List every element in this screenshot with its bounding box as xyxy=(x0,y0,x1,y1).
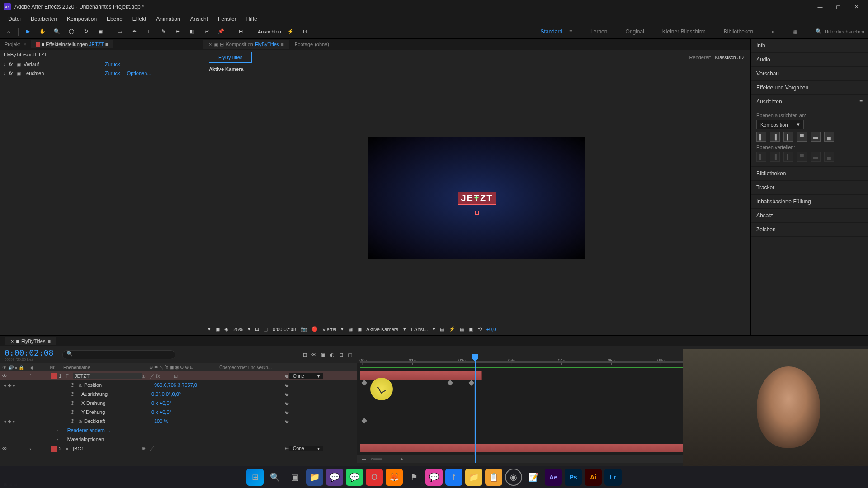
workspace-standard[interactable]: Standard xyxy=(540,28,562,35)
tl-frame-blend-icon[interactable]: ▣ xyxy=(321,352,326,358)
camera-tool-icon[interactable]: ▣ xyxy=(95,27,105,37)
close-button[interactable]: ✕ xyxy=(852,2,861,11)
timeline-tab[interactable]: ×■ FlyByTitles ≡ xyxy=(5,337,56,345)
brush-tool-icon[interactable]: ✎ xyxy=(158,27,168,37)
transparency-icon[interactable]: ▦ xyxy=(348,326,353,332)
panel-inhalt[interactable]: Inhaltsbasierte Füllung xyxy=(751,195,868,208)
folder-icon[interactable]: 📁 xyxy=(465,469,482,486)
opera-icon[interactable]: O xyxy=(366,469,383,486)
zoom-dropdown[interactable]: 25% xyxy=(233,327,243,332)
views-dropdown[interactable]: 1 Ansi... xyxy=(410,327,428,332)
explorer-icon[interactable]: 📁 xyxy=(306,469,323,486)
roto-tool-icon[interactable]: ✂ xyxy=(202,27,212,37)
renderer-change[interactable]: › Renderer ändern ... xyxy=(0,426,357,435)
minimize-button[interactable]: — xyxy=(816,2,825,11)
align-bottom-icon[interactable]: ▄ xyxy=(824,132,834,142)
panel-effekte[interactable]: Effekte und Vorgaben xyxy=(751,81,868,94)
local-axis-icon[interactable]: ⊞ xyxy=(236,27,245,37)
menu-ansicht[interactable]: Ansicht xyxy=(186,14,212,23)
panel-bibliotheken[interactable]: Bibliotheken xyxy=(751,167,868,180)
layer-name[interactable]: JETZT xyxy=(73,373,142,379)
search-taskbar-icon[interactable]: 🔍 xyxy=(266,469,283,486)
workspace-menu-icon[interactable]: ≡ xyxy=(569,28,572,35)
stopwatch-icon[interactable]: ⏱ xyxy=(70,418,76,424)
snap-checkbox[interactable]: Ausrichten xyxy=(250,29,281,34)
exposure-value[interactable]: +0,0 xyxy=(486,327,496,332)
menu-animation[interactable]: Animation xyxy=(151,14,184,23)
exposure-reset-icon[interactable]: ⟲ xyxy=(478,326,482,332)
expression-icon[interactable]: ⊚ xyxy=(285,391,289,397)
panel-absatz[interactable]: Absatz xyxy=(751,209,868,222)
resolution-icon[interactable]: ⊞ xyxy=(255,326,259,332)
workspace-overflow-icon[interactable]: » xyxy=(771,28,774,35)
tab-effekteinstellungen[interactable]: ■ Effekteinstellungen JETZT ≡ xyxy=(31,40,113,48)
effect-verlauf[interactable]: ›fx▣ Verlauf Zurück xyxy=(0,60,203,69)
keyframe[interactable] xyxy=(361,380,367,386)
pickwhip-icon[interactable]: ⊚ xyxy=(285,373,289,379)
pen-tool-icon[interactable]: ✒ xyxy=(129,27,139,37)
maximize-button[interactable]: ▢ xyxy=(834,2,843,11)
snap-options-icon[interactable]: ⚡ xyxy=(286,27,296,37)
shape-tool-icon[interactable]: ▭ xyxy=(115,27,125,37)
layer-name-2[interactable]: [BG1] xyxy=(73,446,142,451)
expression-icon[interactable]: ⊚ xyxy=(285,409,289,415)
align-vcenter-icon[interactable]: ▬ xyxy=(811,132,821,142)
tab-komposition[interactable]: ×▣⊞ Komposition FlyByTitles ≡ xyxy=(203,40,289,49)
after-effects-icon[interactable]: Ae xyxy=(545,469,562,486)
camera-dropdown[interactable]: Aktive Kamera xyxy=(366,327,399,332)
whatsapp-icon[interactable]: 💬 xyxy=(346,469,363,486)
illustrator-icon[interactable]: Ai xyxy=(585,469,602,486)
zoom-in-icon[interactable]: ▲ xyxy=(400,456,404,461)
renderer-value[interactable]: Klassisch 3D xyxy=(715,55,744,60)
material-options[interactable]: › Materialoptionen xyxy=(0,435,357,444)
effect-leuchten[interactable]: ›fx▣ Leuchten Zurück Optionen... xyxy=(0,69,203,78)
clone-tool-icon[interactable]: ⊕ xyxy=(173,27,183,37)
tl-render-icon[interactable]: ▢ xyxy=(348,352,352,358)
fast-preview-icon[interactable]: ⚡ xyxy=(449,326,455,332)
prop-position[interactable]: ◂◆▸ ⏱ ⊵ Position 960,6,706,3,7557,0 ⊚ xyxy=(0,380,357,389)
workspace-grid-icon[interactable]: ▦ xyxy=(793,28,797,35)
tl-motion-blur-icon[interactable]: ◐ xyxy=(330,352,335,358)
puppet-tool-icon[interactable]: 📌 xyxy=(216,27,226,37)
zoom-tool-icon[interactable]: 🔍 xyxy=(52,27,62,37)
app-icon-1[interactable]: ⚑ xyxy=(406,469,423,486)
timeline-search[interactable]: 🔍 xyxy=(62,350,175,359)
menu-effekt[interactable]: Effekt xyxy=(128,14,151,23)
panel-info[interactable]: Info xyxy=(751,39,868,52)
viewport[interactable]: JETZT ✦ xyxy=(203,73,750,323)
panel-vorschau[interactable]: Vorschau xyxy=(751,67,868,80)
menu-ebene[interactable]: Ebene xyxy=(102,14,127,23)
timeline-timecode[interactable]: 0:00:02:08 xyxy=(5,348,53,357)
teams-icon[interactable]: 💬 xyxy=(326,469,343,486)
selection-tool-icon[interactable]: ▶ xyxy=(23,27,33,37)
tl-shy-icon[interactable]: 👁 xyxy=(311,352,316,357)
menu-datei[interactable]: Datei xyxy=(4,14,25,23)
search-input[interactable]: Hilfe durchsuchen xyxy=(825,29,864,34)
timeline-layer-1[interactable]: 👁 ˅ 1 T JETZT ⊕ ／ fx ⊡ ⊚ Ohne▾ xyxy=(0,371,357,380)
firefox-icon[interactable]: 🦊 xyxy=(386,469,403,486)
panel-tracker[interactable]: Tracker xyxy=(751,181,868,194)
snap-edge-icon[interactable]: ⊡ xyxy=(300,27,310,37)
zoom-out-icon[interactable]: ▬ xyxy=(362,456,366,461)
workspace-original[interactable]: Original xyxy=(625,28,644,35)
align-to-dropdown[interactable]: Komposition▾ xyxy=(756,120,804,129)
prop-x-drehung[interactable]: ⏱ X-Drehung 0 x +0,0° ⊚ xyxy=(0,399,357,408)
keyframe[interactable] xyxy=(361,418,367,424)
roi-icon[interactable]: ▢ xyxy=(264,326,268,332)
panel-menu-icon[interactable]: ≡ xyxy=(859,99,863,105)
panel-ausrichten[interactable]: Ausrichten≡ xyxy=(751,95,868,108)
align-right-icon[interactable]: ▌ xyxy=(783,132,793,142)
text-tool-icon[interactable]: T xyxy=(144,27,154,37)
prop-ausrichtung[interactable]: ⏱ Ausrichtung 0,0°,0,0°,0,0° ⊚ xyxy=(0,389,357,399)
home-icon[interactable]: ⌂ xyxy=(4,27,14,37)
prop-y-drehung[interactable]: ⏱ Y-Drehung 0 x +0,0° ⊚ xyxy=(0,408,357,417)
stopwatch-icon[interactable]: ⏱ xyxy=(70,391,76,397)
facebook-icon[interactable]: f xyxy=(445,469,462,486)
expression-icon[interactable]: ⊚ xyxy=(285,418,289,424)
align-top-icon[interactable]: ▀ xyxy=(797,132,807,142)
expression-icon[interactable]: ⊚ xyxy=(285,400,289,406)
keyframe[interactable] xyxy=(447,380,453,386)
magnification-icon[interactable]: ▾ xyxy=(208,326,211,332)
flowchart-icon[interactable]: ▣ xyxy=(469,326,473,332)
timeline-icon[interactable]: ▦ xyxy=(460,326,464,332)
